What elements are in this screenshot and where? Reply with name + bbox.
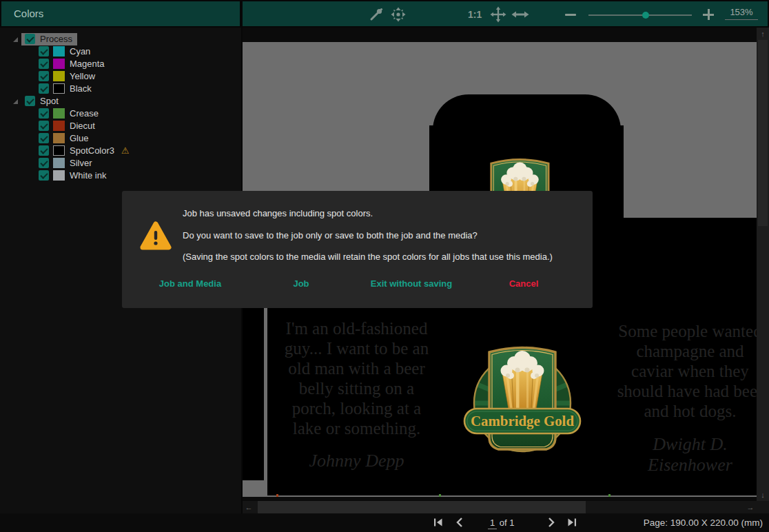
eyedropper-tool-button[interactable] — [367, 6, 385, 23]
previous-page-icon — [454, 517, 465, 528]
scroll-left-icon[interactable]: ← — [243, 503, 255, 511]
diecut-checkbox[interactable] — [39, 121, 49, 131]
collapse-arrow-icon[interactable] — [13, 37, 18, 42]
first-page-button[interactable] — [433, 517, 445, 528]
label-title-text: Cambridge Gold — [471, 413, 574, 429]
process-checkbox[interactable] — [25, 34, 35, 44]
quote-left-attribution: Johnny Depp — [271, 451, 443, 471]
tree-item-yellow[interactable]: Yellow — [0, 70, 241, 83]
cancel-button[interactable]: Cancel — [509, 278, 539, 289]
horizontal-scrollbar[interactable]: ← → — [243, 501, 757, 513]
scrollbar-corner — [757, 501, 769, 513]
black-swatch — [53, 83, 65, 94]
tree-item-crease[interactable]: Crease — [0, 108, 241, 120]
tree-item-label: Yellow — [70, 70, 95, 83]
zoom-in-button[interactable] — [699, 6, 717, 23]
job-and-media-button[interactable]: Job and Media — [159, 278, 221, 289]
scroll-right-icon[interactable]: → — [744, 503, 757, 511]
page-number-input[interactable]: 1 — [488, 518, 497, 529]
quote-left: I'm an old-fashioned guy... I want to be… — [271, 318, 443, 438]
tree-item-white-ink[interactable]: White ink — [0, 170, 241, 182]
tree-item-spotcolor3[interactable]: SpotColor3 ⚠ — [0, 145, 241, 157]
magenta-checkbox[interactable] — [39, 59, 49, 69]
crease-edge-mark — [439, 494, 441, 497]
pan-arrows-icon — [490, 6, 506, 23]
page-count-label: of 1 — [500, 518, 515, 528]
dialog-message-line2: Do you want to save to the job only or s… — [183, 230, 478, 241]
move-tool-icon — [390, 6, 407, 23]
zoom-one-to-one-button[interactable]: 1:1 — [468, 9, 482, 20]
tree-item-label: SpotColor3 — [70, 145, 114, 157]
tree-group-spot[interactable]: Spot — [0, 95, 241, 108]
pan-tool-button[interactable] — [489, 6, 507, 23]
next-page-button[interactable] — [546, 517, 558, 528]
colors-panel-title: Colors — [14, 8, 43, 19]
tree-item-glue[interactable]: Glue — [0, 132, 241, 145]
page-indicator: 1 of 1 — [488, 518, 515, 529]
magenta-swatch — [53, 59, 65, 69]
tree-item-black[interactable]: Black — [0, 83, 241, 95]
scroll-down-icon[interactable]: ↓ — [757, 491, 769, 499]
quote-right: Some people wanted champagne and caviar … — [597, 321, 757, 421]
spot-color-warning-icon: ⚠ — [121, 145, 130, 157]
tree-item-cyan[interactable]: Cyan — [0, 45, 241, 58]
move-tool-button[interactable] — [389, 6, 407, 23]
tree-item-label: Glue — [70, 132, 88, 145]
previous-page-button[interactable] — [454, 517, 466, 528]
application-window: Colors 1:1 — [0, 0, 769, 532]
tree-item-label: Black — [70, 83, 92, 95]
quote-right-attribution: Dwight D. Eisenhower — [597, 434, 757, 475]
status-bar: 1 of 1 Page: 190.00 X 220.00 (mm) — [0, 513, 769, 532]
spotcolor3-checkbox[interactable] — [39, 145, 49, 156]
glue-swatch — [53, 133, 65, 143]
job-button[interactable]: Job — [293, 278, 309, 289]
silver-checkbox[interactable] — [39, 158, 49, 168]
beer-label-logo: Cambridge Gold — [462, 342, 582, 460]
warning-triangle-icon — [140, 221, 172, 250]
vertical-scrollbar[interactable]: ↑ ↓ — [757, 28, 769, 501]
scroll-up-icon[interactable]: ↑ — [757, 30, 769, 38]
white-ink-swatch — [53, 170, 65, 181]
dialog-message-line1: Job has unsaved changes including spot c… — [183, 208, 373, 218]
last-page-button[interactable] — [566, 517, 579, 528]
yellow-checkbox[interactable] — [39, 71, 49, 81]
colors-panel-header: Colors — [1, 1, 240, 26]
exit-without-saving-button[interactable]: Exit without saving — [371, 278, 452, 289]
tree-group-label: Spot — [40, 95, 59, 108]
plus-icon — [703, 9, 714, 20]
tree-item-label: Cyan — [70, 45, 90, 58]
dialog-message-line3: (Saving the spot colors to the media wil… — [183, 252, 553, 262]
collapse-arrow-icon[interactable] — [13, 99, 18, 104]
tree-item-label: Silver — [70, 157, 92, 170]
diecut-swatch — [53, 121, 65, 131]
minus-icon — [565, 14, 576, 16]
vertical-scrollbar-thumb[interactable] — [758, 40, 768, 226]
glue-checkbox[interactable] — [39, 133, 49, 143]
fit-width-button[interactable] — [511, 6, 529, 23]
yellow-swatch — [53, 71, 65, 81]
tree-group-process[interactable]: Process — [0, 33, 241, 45]
eyedropper-icon — [369, 7, 384, 22]
page-size-label: Page: 190.00 X 220.00 (mm) — [644, 518, 763, 528]
tree-item-silver[interactable]: Silver — [0, 157, 241, 170]
cyan-swatch — [53, 46, 65, 57]
tree-item-label: Crease — [70, 108, 99, 120]
white-ink-checkbox[interactable] — [39, 170, 49, 181]
tree-item-diecut[interactable]: Diecut — [0, 120, 241, 132]
diecut-edge-mark — [276, 494, 278, 497]
spot-checkbox[interactable] — [25, 96, 35, 106]
crease-checkbox[interactable] — [39, 108, 49, 119]
black-checkbox[interactable] — [39, 83, 49, 94]
zoom-out-button[interactable] — [562, 6, 580, 23]
zoom-level-input[interactable]: 153% — [725, 7, 758, 20]
last-page-icon — [566, 517, 577, 528]
zoom-slider-thumb[interactable] — [642, 12, 649, 19]
spotcolor3-swatch — [53, 145, 65, 156]
horizontal-scrollbar-thumb[interactable] — [258, 501, 586, 513]
cyan-checkbox[interactable] — [39, 46, 49, 57]
next-page-icon — [546, 517, 557, 528]
first-page-icon — [433, 517, 444, 528]
tree-item-label: Diecut — [70, 120, 95, 132]
tree-item-magenta[interactable]: Magenta — [0, 58, 241, 70]
zoom-slider[interactable] — [588, 14, 692, 16]
